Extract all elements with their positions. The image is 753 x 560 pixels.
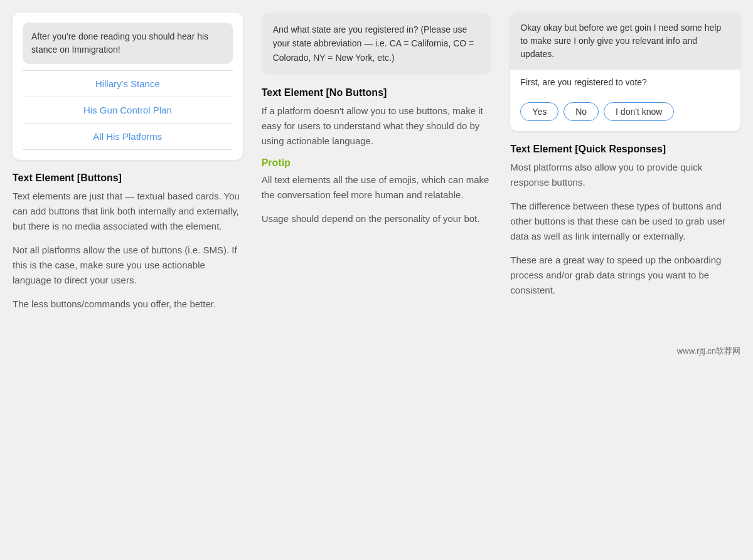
section-title-no-buttons: Text Element [No Buttons] (262, 87, 492, 98)
column-2: And what state are you registered in? (P… (262, 13, 492, 320)
usage-body: Usage should depend on the personality o… (262, 211, 492, 226)
protip-label: Protip (262, 157, 492, 169)
chat-bubble-top: Okay okay but before we get goin I need … (510, 13, 740, 70)
chat-card-quick-responses: Okay okay but before we get goin I need … (510, 13, 740, 131)
quick-response-yes[interactable]: Yes (520, 102, 558, 121)
section-para2-quick: The difference between these types of bu… (510, 199, 740, 244)
list-item[interactable]: Hillary's Stance (23, 71, 233, 97)
chat-bubble-immigration: After you're done reading you should hea… (23, 23, 233, 64)
watermark: www.rjtj.cn软荐网 (13, 346, 740, 357)
gun-control-link[interactable]: His Gun Control Plan (23, 97, 233, 123)
chat-link-list: Hillary's Stance His Gun Control Plan Al… (23, 70, 233, 150)
text-section-buttons: Text Element [Buttons] Text elements are… (13, 172, 243, 320)
chat-question: First, are you registered to vote? (510, 70, 740, 95)
column-1: After you're done reading you should hea… (13, 13, 243, 320)
section-para1-quick: Most platforms also allow you to provide… (510, 160, 740, 190)
section-title-quick: Text Element [Quick Responses] (510, 144, 740, 155)
list-item[interactable]: His Gun Control Plan (23, 97, 233, 124)
text-section-quick-responses: Text Element [Quick Responses] Most plat… (510, 144, 740, 307)
section-para2: Not all platforms allow the use of butto… (13, 243, 243, 288)
quick-responses-container: Yes No I don't know (510, 95, 740, 131)
quick-response-dont-know[interactable]: I don't know (604, 102, 674, 121)
column-3: Okay okay but before we get goin I need … (510, 13, 740, 320)
list-item[interactable]: All His Platforms (23, 124, 233, 150)
chat-card-no-buttons: And what state are you registered in? (P… (262, 13, 492, 75)
section-para1: Text elements are just that — textual ba… (13, 189, 243, 234)
section-body-no-buttons: If a platform doesn't allow you to use b… (262, 103, 492, 149)
all-platforms-link[interactable]: All His Platforms (23, 124, 233, 149)
section-title-buttons: Text Element [Buttons] (13, 172, 243, 184)
hillary-stance-link[interactable]: Hillary's Stance (23, 71, 233, 97)
section-para3: The less buttons/commands you offer, the… (13, 297, 243, 312)
quick-response-no[interactable]: No (563, 102, 599, 121)
chat-card-buttons: After you're done reading you should hea… (13, 13, 243, 160)
protip-body: All text elements all the use of emojis,… (262, 172, 492, 203)
text-section-no-buttons: Text Element [No Buttons] If a platform … (262, 87, 492, 235)
section-para3-quick: These are a great way to speed up the on… (510, 253, 740, 298)
